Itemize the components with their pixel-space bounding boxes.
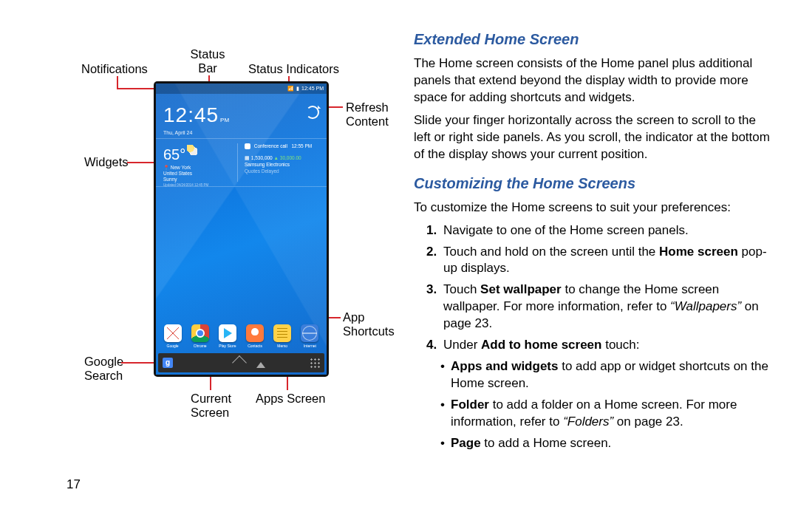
para-ext-2: Slide your finger horizontally across th… — [414, 112, 776, 163]
status-bar: 📶 ▮ 12:45 PM — [156, 83, 327, 94]
refresh-icon[interactable] — [306, 106, 319, 119]
app-shortcut-memo[interactable]: Memo — [273, 324, 292, 349]
app-shortcut-google[interactable]: Google — [163, 324, 183, 349]
step-4: Under Add to home screen touch: — [440, 337, 776, 354]
app-shortcut-contacts[interactable]: Contacts — [245, 324, 265, 349]
page-number: 17 — [66, 477, 81, 494]
home-screen: 📶 ▮ 12:45 PM 12:45PM Thu, April 24 65° — [156, 83, 327, 375]
stock-widget[interactable]: ▦ 1,530,000 ▲ 30,000.00 Samsung Electron… — [245, 155, 301, 174]
apps-screen-button[interactable] — [310, 358, 320, 368]
clock-widget: 12:45PM Thu, April 24 — [163, 101, 229, 136]
contacts-icon — [246, 324, 264, 342]
clock-ampm: PM — [220, 117, 229, 123]
label-refresh: Refresh Content — [346, 100, 389, 129]
calendar-title: Conference call — [254, 143, 287, 149]
label-status-bar: Status Bar — [185, 47, 230, 75]
stock-change: ▲ 30,000.00 — [274, 155, 301, 160]
weather-temp: 65° — [163, 146, 185, 163]
label-app-shortcuts: App Shortcuts — [343, 310, 395, 338]
weather-city: New York — [171, 165, 191, 170]
weather-updated: Updated 04/24/2014 12:45 PM — [163, 183, 208, 187]
step-3: Touch Set wallpaper to change the Home s… — [440, 282, 776, 332]
stock-price: 1,530,000 — [251, 155, 273, 160]
app-shortcut-row: GoogleChromePlay StoreContactsMemoIntern… — [156, 321, 327, 350]
internet-icon — [301, 324, 318, 342]
battery-icon: ▮ — [296, 85, 299, 92]
weather-cond: Sunny — [163, 177, 208, 183]
label-status-indicators: Status Indicators — [248, 62, 339, 76]
wifi-icon: 📶 — [287, 85, 294, 92]
bullet-folder: Folder to add a folder on a Home screen.… — [440, 397, 776, 431]
weather-icon — [187, 145, 197, 155]
clock-time: 12:45 — [163, 103, 219, 126]
current-screen-indicator — [256, 358, 265, 368]
app-shortcut-chrome[interactable]: Chrome — [191, 324, 210, 349]
heading-extended: Extended Home Screen — [414, 30, 776, 50]
label-google-search: Google Search — [84, 355, 123, 383]
bullet-apps-widgets: Apps and widgets to add app or widget sh… — [440, 358, 776, 392]
para-ext-1: The Home screen consists of the Home pan… — [414, 55, 776, 106]
bottom-bar: g — [158, 353, 324, 372]
step-1: Navigate to one of the Home screen panel… — [440, 222, 776, 239]
memo-icon — [273, 324, 291, 342]
play-icon — [219, 324, 236, 342]
weather-widget[interactable]: 65° 📍 New York United States Sunny Updat… — [163, 145, 208, 188]
step-2: Touch and hold on the screen until the H… — [440, 244, 776, 278]
app-shortcut-play-store[interactable]: Play Store — [218, 324, 237, 349]
calendar-time: 12:55 PM — [291, 143, 312, 149]
tablet-device: 📶 ▮ 12:45 PM 12:45PM Thu, April 24 65° — [154, 81, 329, 377]
home-icon[interactable] — [232, 355, 247, 370]
google-search-button[interactable]: g — [163, 358, 173, 368]
label-apps-screen: Apps Screen — [256, 392, 325, 406]
clock-date: Thu, April 24 — [163, 129, 229, 136]
chrome-icon — [191, 324, 209, 342]
label-widgets: Widgets — [84, 155, 129, 169]
bullet-page: Page to add a Home screen. — [440, 435, 776, 452]
weather-region: United States — [163, 171, 208, 177]
gmail-icon — [164, 324, 182, 342]
heading-customize: Customizing the Home Screens — [414, 174, 776, 194]
calendar-widget[interactable]: Conference call 12:55 PM — [245, 143, 312, 150]
status-time: 12:45 PM — [301, 85, 324, 92]
stock-symbol: Samsung Electronics — [245, 162, 301, 168]
para-custom-intro: To customize the Home screens to suit yo… — [414, 200, 776, 216]
stock-note: Quotes Delayed — [245, 168, 301, 175]
widgets-row: 65° 📍 New York United States Sunny Updat… — [156, 138, 327, 187]
app-shortcut-internet[interactable]: Internet — [300, 324, 319, 349]
label-notifications: Notifications — [81, 62, 148, 76]
label-current-screen: Current Screen — [191, 392, 231, 420]
calendar-icon — [245, 143, 250, 149]
instruction-column: Extended Home Screen The Home screen con… — [406, 30, 776, 510]
